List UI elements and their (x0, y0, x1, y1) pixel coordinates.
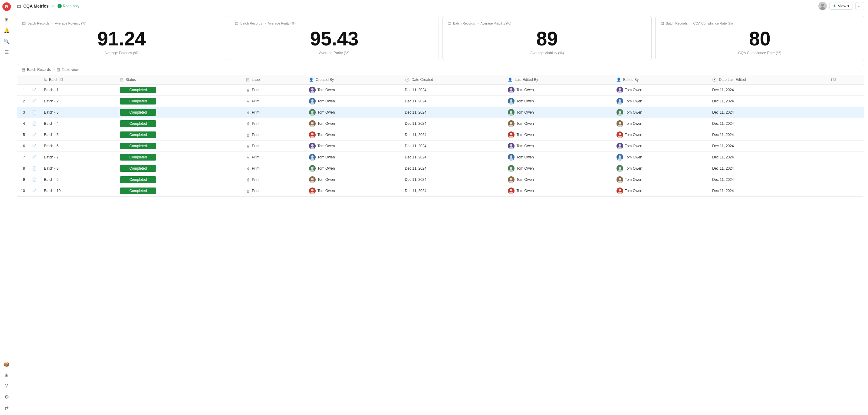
table-row[interactable]: 7 📄 Batch - 7 Completed 🖨Print Tom Owen … (17, 152, 864, 163)
user-name: Tom Owen (317, 121, 335, 126)
col-header-batchid[interactable]: fx Batch ID (40, 75, 116, 85)
table-row[interactable]: 2 📄 Batch - 2 Completed 🖨Print Tom Owen … (17, 96, 864, 107)
user-name: Tom Owen (317, 155, 335, 159)
svg-point-19 (618, 113, 622, 116)
batch-id-cell[interactable]: Batch - 1 (40, 85, 116, 96)
status-cell: Completed (116, 141, 242, 152)
extra-cell (827, 96, 864, 107)
user-avatar[interactable] (818, 2, 827, 10)
batch-id-cell[interactable]: Batch - 4 (40, 118, 116, 129)
col-header-datecreated[interactable]: 🕐 Date Created (401, 75, 504, 85)
app-logo[interactable]: R (2, 2, 11, 11)
user-cell: Tom Owen (617, 165, 705, 172)
batch-id-cell[interactable]: Batch - 8 (40, 163, 116, 174)
table-row[interactable]: 4 📄 Batch - 4 Completed 🖨Print Tom Owen … (17, 118, 864, 129)
sidebar-icon-search[interactable]: 🔍 (2, 36, 11, 46)
sidebar-icon-grid[interactable]: ⊞ (2, 370, 11, 380)
col-header-label[interactable]: ▤ Label (242, 75, 305, 85)
user-cell: Tom Owen (508, 87, 609, 93)
user-cell: Tom Owen (508, 165, 609, 172)
breadcrumb-sep: > (51, 22, 53, 25)
last-edited-by-cell: Tom Owen (504, 129, 613, 141)
created-by-cell: Tom Owen (305, 152, 401, 163)
sidebar-icon-menu[interactable]: ☰ (2, 47, 11, 57)
batch-id-cell[interactable]: Batch - 6 (40, 141, 116, 152)
svg-point-16 (510, 111, 513, 113)
svg-point-17 (509, 113, 513, 116)
created-by-cell: Tom Owen (305, 107, 401, 118)
col-header-datelastEdited[interactable]: 🕐 Date Last Edited (709, 75, 827, 85)
table-row[interactable]: 8 📄 Batch - 8 Completed 🖨Print Tom Owen … (17, 163, 864, 174)
status-badge: Completed (120, 87, 156, 93)
breadcrumb-viability: Batch Records (453, 22, 475, 25)
date-last-edited-cell: Dec 11, 2024 (709, 141, 827, 152)
eye-icon: 👁 (833, 4, 837, 8)
breadcrumb-potency: Batch Records (28, 22, 49, 25)
avatar (508, 120, 515, 127)
svg-point-45 (310, 169, 314, 172)
user-cell: Tom Owen (617, 98, 705, 105)
batch-id-cell[interactable]: Batch - 5 (40, 129, 116, 141)
date-created-cell: Dec 11, 2024 (401, 118, 504, 129)
metric-value-area-viability: 89 Average Viability (%) (447, 29, 647, 55)
batch-id-cell[interactable]: Batch - 10 (40, 185, 116, 197)
metric-cards: ▤ Batch Records > Average Potency (%) 91… (17, 16, 864, 60)
extra-cell (827, 152, 864, 163)
more-options-button[interactable]: ··· (855, 2, 864, 10)
svg-point-61 (618, 192, 622, 194)
label-cell: 🖨Print (242, 85, 305, 96)
view-button[interactable]: 👁 View ▾ (829, 2, 853, 10)
label-value: Print (252, 99, 259, 103)
sidebar-icon-settings[interactable]: ⚙ (2, 392, 11, 402)
date-created-cell: Dec 11, 2024 (401, 152, 504, 163)
sidebar-icon-sync[interactable]: ⇄ (2, 403, 11, 413)
avatar (309, 176, 316, 183)
sidebar-icon-package[interactable]: 📦 (2, 359, 11, 369)
label-cell: 🖨Print (242, 152, 305, 163)
user-cell: Tom Owen (309, 187, 398, 194)
col-header-extra: 123 (827, 75, 864, 85)
edited-by-cell: Tom Owen (613, 152, 709, 163)
table-row[interactable]: 3 📄 Batch - 3 Completed 🖨Print Tom Owen … (17, 107, 864, 118)
print-icon: 🖨 (246, 178, 250, 182)
table-row[interactable]: 9 📄 Batch - 9 Completed 🖨Print Tom Owen … (17, 174, 864, 185)
label-cell: 🖨Print (242, 163, 305, 174)
user-name: Tom Owen (317, 110, 335, 115)
sidebar-icon-home[interactable]: ⊞ (2, 14, 11, 24)
batch-id-cell[interactable]: Batch - 9 (40, 174, 116, 185)
avatar (617, 143, 623, 149)
user-name: Tom Owen (516, 178, 534, 182)
table-icon: ▤ (235, 21, 239, 25)
avatar (309, 131, 316, 138)
user-cell: Tom Owen (309, 120, 398, 127)
col-header-editedby[interactable]: 👤 Edited By (613, 75, 709, 85)
sidebar-icon-notifications[interactable]: 🔔 (2, 25, 11, 35)
batch-id-cell[interactable]: Batch - 7 (40, 152, 116, 163)
svg-point-52 (510, 178, 513, 180)
print-icon: 🖨 (246, 144, 250, 148)
batch-id-cell[interactable]: Batch - 3 (40, 107, 116, 118)
metric-value-area-compliance: 80 CQA Compliance Rate (%) (660, 29, 859, 55)
col-header-lasteditedby[interactable]: 👤 Last Edited By (504, 75, 613, 85)
svg-point-55 (618, 181, 622, 183)
sidebar-icon-help[interactable]: ? (2, 381, 11, 391)
batch-id-cell[interactable]: Batch - 2 (40, 96, 116, 107)
avatar (508, 176, 515, 183)
avatar (309, 109, 316, 116)
user-cell: Tom Owen (508, 120, 609, 127)
avatar (617, 87, 623, 93)
user-name: Tom Owen (317, 189, 335, 193)
svg-point-40 (510, 155, 513, 158)
label-value: Print (252, 155, 259, 159)
table-row[interactable]: 1 📄 Batch - 1 Completed 🖨Print Tom Owen … (17, 85, 864, 96)
col-header-status[interactable]: ▤ Status (116, 75, 242, 85)
readonly-badge: Read-only (58, 4, 80, 8)
metric-card-header-potency: ▤ Batch Records > Average Potency (%) (22, 21, 221, 25)
table-row[interactable]: 6 📄 Batch - 6 Completed 🖨Print Tom Owen … (17, 141, 864, 152)
table-row[interactable]: 10 📄 Batch - 10 Completed 🖨Print Tom Owe… (17, 185, 864, 197)
favorite-button[interactable]: ☆ (51, 4, 55, 8)
editedby-col-icon: 👤 (617, 78, 621, 82)
table-row[interactable]: 5 📄 Batch - 5 Completed 🖨Print Tom Owen … (17, 129, 864, 141)
svg-point-33 (310, 147, 314, 149)
col-header-createdby[interactable]: 👤 Created By (305, 75, 401, 85)
